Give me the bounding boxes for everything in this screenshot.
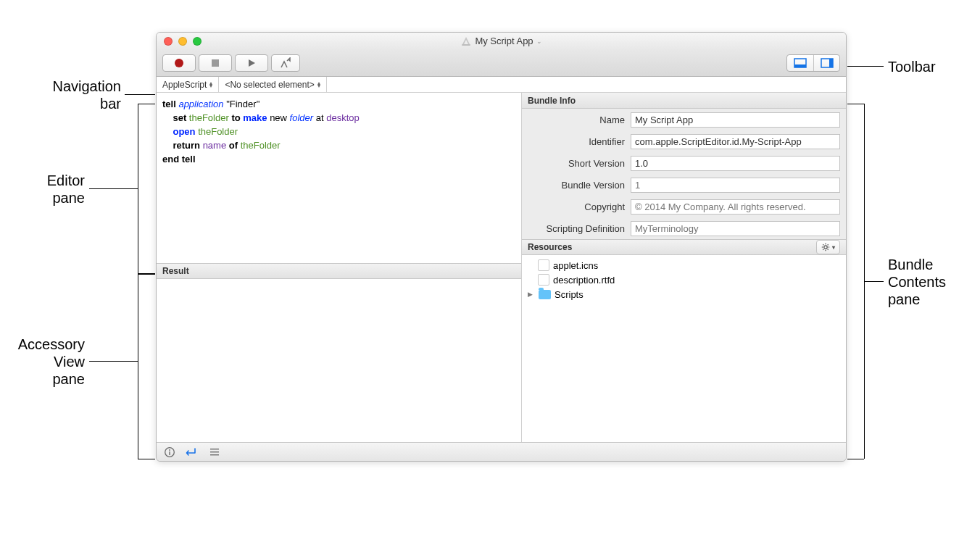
result-body [157,279,521,442]
svg-rect-20 [210,449,219,449]
resource-item[interactable]: ▶ Scripts [522,287,846,301]
chevron-down-icon: ▾ [832,244,835,251]
bundle-info-header: Bundle Info [522,93,846,109]
svg-rect-19 [169,451,170,455]
disclosure-triangle-icon[interactable]: ▶ [528,291,535,298]
list-icon [209,446,220,458]
callout-bundle-contents-pane: BundleContentspane [888,256,946,308]
script-icon [460,36,472,47]
minimize-button[interactable] [178,37,187,46]
identifier-field[interactable] [631,134,840,149]
left-column: tell application "Finder" set theFolder … [157,93,522,442]
toggle-right-pane-button[interactable] [813,55,839,71]
copyright-label: Copyright [522,201,631,212]
scripting-definition-field[interactable] [631,221,840,236]
titlebar: My Script App ⌄ [157,33,846,49]
callout-navigation-bar: Navigationbar [9,78,121,112]
element-picker[interactable]: <No selected element> ▴▾ [219,77,326,92]
svg-marker-3 [249,59,255,67]
description-view-button[interactable] [164,446,175,458]
toggle-bottom-pane-button[interactable] [787,55,813,71]
toolbar [157,49,846,77]
resource-item[interactable]: description.rtfd [522,272,846,287]
bundle-version-field[interactable] [631,178,840,193]
bundle-version-label: Bundle Version [522,180,631,191]
navigation-bar: AppleScript ▴▾ <No selected element> ▴▾ [157,77,846,93]
svg-point-18 [169,449,170,451]
svg-rect-0 [462,44,470,46]
svg-rect-7 [829,59,833,67]
updown-icon: ▴▾ [209,82,212,88]
stop-button[interactable] [199,54,232,72]
svg-line-13 [823,244,823,245]
pane-toggle-segment [786,54,840,72]
rtfd-file-icon [538,274,549,286]
main-split: tell application "Finder" set theFolder … [157,93,846,442]
chevron-down-icon: ⌄ [536,38,542,45]
name-label: Name [522,115,631,125]
svg-line-15 [823,249,823,250]
bundle-info-form: Name Identifier Short Version Bundle Ver… [522,109,846,239]
result-view-button[interactable] [186,446,199,458]
bottom-bar [157,442,846,461]
resources-header: Resources ▾ [522,239,846,255]
svg-rect-21 [210,451,219,452]
resources-list: applet.icns description.rtfd ▶ Scripts [522,255,846,442]
resource-item[interactable]: applet.icns [522,258,846,272]
folder-icon [539,290,551,299]
log-view-button[interactable] [209,446,220,458]
short-version-label: Short Version [522,158,631,169]
close-button[interactable] [164,37,173,46]
return-arrow-icon [186,446,199,458]
editor-pane[interactable]: tell application "Finder" set theFolder … [157,93,521,263]
gear-icon [821,243,830,251]
bottom-pane-icon [794,58,807,68]
svg-rect-5 [794,64,806,67]
resources-action-menu[interactable]: ▾ [816,240,840,254]
compile-button[interactable] [271,54,300,72]
svg-line-14 [828,249,829,250]
info-icon [164,446,175,458]
record-button[interactable] [162,54,196,72]
short-version-field[interactable] [631,156,840,171]
script-editor-window: My Script App ⌄ [156,32,847,462]
window-title[interactable]: My Script App ⌄ [157,36,846,47]
svg-rect-2 [212,59,219,67]
right-pane-icon [821,58,834,68]
run-button[interactable] [235,54,268,72]
callout-editor-pane: Editorpane [9,172,85,207]
name-field[interactable] [631,112,840,128]
callout-accessory-view-pane: AccessoryViewpane [9,336,85,388]
scripting-definition-label: Scripting Definition [522,223,631,234]
updown-icon: ▴▾ [317,82,320,88]
bundle-contents-pane: Bundle Info Name Identifier Short Versio… [522,93,846,442]
svg-rect-22 [210,454,219,455]
icns-file-icon [538,259,549,271]
svg-point-1 [175,59,183,67]
result-header: Result [157,263,521,279]
language-picker[interactable]: AppleScript ▴▾ [157,77,219,92]
zoom-button[interactable] [193,37,202,46]
svg-point-8 [824,246,827,249]
copyright-field[interactable] [631,199,840,215]
svg-line-16 [828,244,829,245]
callout-toolbar: Toolbar [888,58,936,75]
identifier-label: Identifier [522,136,631,147]
